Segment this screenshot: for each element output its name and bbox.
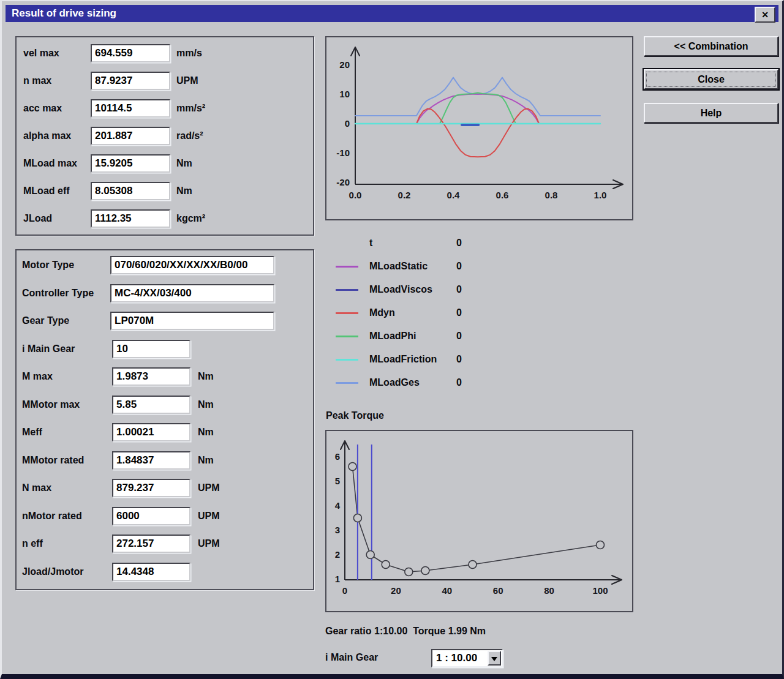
data-point-marker [353, 514, 361, 522]
motor-type-field[interactable]: 070/60/020/XX/XX/XX/B0/00 [110, 256, 274, 274]
svg-text:0.0: 0.0 [349, 190, 362, 200]
data-point-marker [349, 463, 356, 471]
series-Mdyn [417, 109, 539, 157]
combination-button[interactable]: << Combination [644, 36, 778, 56]
alpha-max-label: alpha max [23, 127, 71, 145]
peak-torque-title: Peak Torque [326, 410, 384, 421]
mload-eff-unit: Nm [176, 182, 192, 200]
svg-text:60: 60 [493, 585, 503, 596]
m-max-unit: Nm [198, 367, 214, 386]
data-point-marker [469, 561, 477, 569]
data-point-marker [405, 568, 413, 576]
svg-text:0.4: 0.4 [447, 190, 461, 200]
series-MLoadGes [355, 78, 600, 116]
field-row: M max 1.9873 Nm [17, 367, 313, 386]
vel-max-field[interactable]: 694.559 [91, 44, 170, 62]
legend-label: Mdyn [369, 307, 456, 318]
i-main-gear-combobox[interactable]: 1 : 10.00 [431, 649, 503, 667]
chevron-down-icon [491, 657, 497, 664]
n-max-field[interactable]: 87.9237 [91, 72, 170, 90]
acc-max-field[interactable]: 10114.5 [91, 99, 170, 118]
meff-field[interactable]: 1.00021 [112, 423, 190, 441]
n-max-motor-field[interactable]: 879.237 [112, 479, 190, 497]
n-max-unit: UPM [176, 72, 198, 90]
legend-label: MLoadFriction [369, 354, 456, 365]
data-point-marker [366, 551, 374, 559]
i-main-gear-field[interactable]: 10 [112, 340, 190, 358]
legend-swatch-mdyn [336, 312, 358, 314]
svg-text:1.0: 1.0 [594, 190, 607, 200]
field-row: Motor Type 070/60/020/XX/XX/XX/B0/00 [17, 256, 313, 274]
gear-type-field[interactable]: LP070M [110, 312, 274, 330]
legend-row: MLoadPhi 0 [333, 324, 462, 348]
svg-text:1: 1 [335, 574, 340, 584]
svg-text:10: 10 [339, 89, 350, 99]
legend-value: 0 [456, 331, 462, 342]
svg-text:0.6: 0.6 [496, 190, 509, 200]
n-eff-label: n eff [22, 535, 43, 553]
jload-label: JLoad [23, 209, 52, 228]
svg-text:40: 40 [442, 585, 452, 596]
vel-max-unit: mm/s [176, 44, 202, 62]
n-max-motor-label: N max [22, 479, 51, 497]
svg-text:0.2: 0.2 [398, 190, 411, 200]
mload-max-field[interactable]: 15.9205 [91, 154, 170, 173]
n-max-motor-unit: UPM [198, 479, 220, 497]
n-eff-field[interactable]: 272.157 [112, 535, 190, 553]
svg-text:5: 5 [335, 476, 340, 486]
field-row: JLoad 1112.35 kgcm² [17, 209, 313, 228]
legend-row: MLoadStatic 0 [333, 255, 462, 278]
field-row: MLoad eff 8.05308 Nm [17, 182, 313, 200]
legend-swatch-mloadges [336, 382, 358, 384]
n-eff-unit: UPM [198, 535, 220, 553]
legend-value: 0 [456, 261, 462, 272]
mmotor-max-label: MMotor max [22, 396, 80, 414]
legend-swatch-t [336, 242, 358, 244]
data-point-marker [597, 541, 605, 549]
field-row: MMotor rated 1.84837 Nm [17, 451, 313, 470]
field-row: acc max 10114.5 mm/s² [17, 99, 313, 118]
i-main-gear-label: i Main Gear [325, 652, 378, 663]
mload-eff-field[interactable]: 8.05308 [91, 182, 170, 200]
meff-label: Meff [22, 423, 42, 441]
jload-field[interactable]: 1112.35 [91, 209, 170, 228]
data-point-marker [382, 561, 390, 569]
svg-text:80: 80 [544, 585, 554, 596]
peak-torque-plot: 654321020406080100 [326, 431, 632, 611]
legend-value: 0 [456, 238, 462, 249]
legend-label: MLoadGes [369, 377, 456, 388]
field-row: Jload/Jmotor 14.4348 [17, 563, 313, 581]
m-max-label: M max [22, 367, 53, 386]
mload-max-label: MLoad max [23, 154, 77, 173]
svg-text:0.8: 0.8 [545, 190, 558, 200]
controller-type-label: Controller Type [22, 284, 94, 302]
mmotor-rated-unit: Nm [198, 451, 214, 470]
nmotor-rated-field[interactable]: 6000 [112, 507, 190, 525]
mmotor-rated-field[interactable]: 1.84837 [112, 451, 190, 470]
combo-dropdown-button[interactable] [488, 651, 501, 666]
field-row: n max 87.9237 UPM [17, 72, 313, 90]
mload-eff-label: MLoad eff [23, 182, 70, 200]
mmotor-max-field[interactable]: 5.85 [112, 396, 190, 414]
legend-row: t 0 [333, 231, 462, 255]
field-row: vel max 694.559 mm/s [17, 44, 313, 62]
field-row: i Main Gear 10 [17, 340, 313, 358]
peak-torque-chart: 654321020406080100 [325, 430, 633, 612]
help-button[interactable]: Help [644, 103, 778, 123]
legend-value: 0 [456, 284, 462, 295]
load-torque-plot: 20100-10-200.00.20.40.60.81.0 [326, 37, 632, 219]
legend-row: MLoadGes 0 [333, 371, 462, 394]
field-row: MMotor max 5.85 Nm [17, 396, 313, 414]
close-button[interactable]: Close [643, 68, 780, 91]
close-button-face: Close [644, 69, 778, 89]
jload-jmotor-field[interactable]: 14.4348 [112, 563, 190, 581]
controller-type-field[interactable]: MC-4/XX/03/400 [110, 284, 274, 302]
mmotor-rated-label: MMotor rated [22, 451, 84, 470]
svg-text:20: 20 [391, 585, 401, 596]
titlebar-close-button[interactable]: ✕ [755, 7, 775, 23]
meff-unit: Nm [198, 423, 214, 441]
m-max-field[interactable]: 1.9873 [112, 367, 190, 386]
data-point-marker [421, 567, 429, 575]
alpha-max-field[interactable]: 201.887 [91, 127, 170, 145]
titlebar[interactable]: Result of drive sizing ✕ [6, 5, 778, 22]
